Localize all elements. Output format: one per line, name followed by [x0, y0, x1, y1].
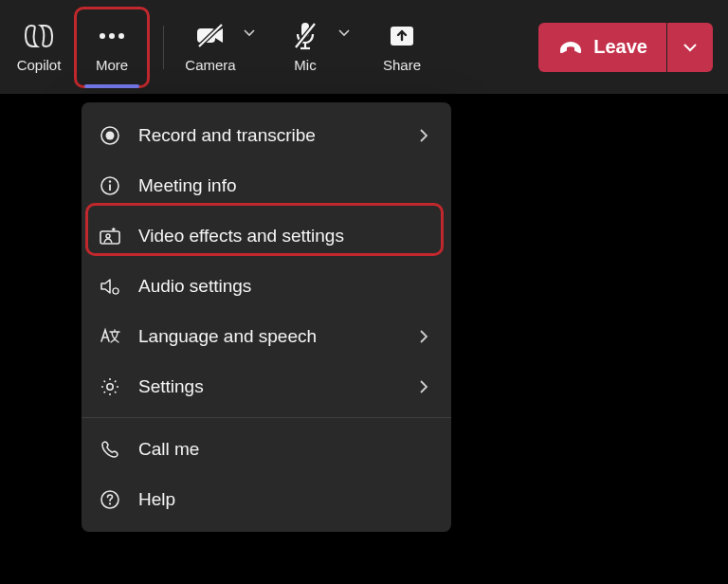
menu-language-label: Language and speech — [138, 326, 402, 347]
leave-label: Leave — [593, 36, 647, 58]
menu-record-transcribe[interactable]: Record and transcribe — [82, 110, 451, 160]
chevron-down-icon — [243, 28, 256, 38]
menu-call-me-label: Call me — [138, 439, 434, 460]
chevron-down-icon — [682, 42, 699, 53]
share-button[interactable]: Share — [373, 9, 431, 86]
leave-button[interactable]: Leave — [538, 23, 666, 72]
camera-label: Camera — [185, 57, 235, 73]
hangup-icon — [557, 39, 584, 56]
ellipsis-icon — [96, 21, 128, 51]
more-menu: Record and transcribe Meeting info Video… — [82, 102, 451, 532]
mic-dropdown[interactable] — [333, 22, 355, 45]
mic-button[interactable]: Mic — [272, 9, 338, 86]
share-label: Share — [383, 57, 421, 73]
copilot-label: Copilot — [17, 57, 62, 73]
menu-meeting-info-label: Meeting info — [138, 175, 434, 196]
menu-settings[interactable]: Settings — [82, 361, 451, 411]
chevron-down-icon — [337, 28, 351, 38]
svg-point-20 — [107, 383, 113, 389]
chevron-right-icon — [419, 128, 434, 143]
svg-point-22 — [109, 502, 111, 504]
record-icon — [99, 124, 121, 147]
svg-point-18 — [106, 234, 110, 238]
phone-icon — [99, 438, 121, 461]
menu-language-speech[interactable]: Language and speech — [82, 311, 451, 361]
camera-dropdown[interactable] — [238, 22, 261, 45]
svg-point-1 — [109, 33, 115, 39]
mic-label: Mic — [294, 57, 316, 73]
svg-point-0 — [100, 33, 105, 39]
leave-dropdown[interactable] — [667, 23, 713, 72]
more-label: More — [96, 57, 128, 73]
share-icon — [388, 21, 416, 51]
chevron-right-icon — [419, 379, 434, 394]
menu-video-effects[interactable]: Video effects and settings — [82, 210, 451, 261]
mic-off-icon — [291, 21, 319, 51]
menu-help[interactable]: Help — [82, 474, 451, 524]
camera-off-icon — [194, 21, 227, 51]
svg-point-2 — [118, 33, 124, 39]
chevron-right-icon — [419, 329, 434, 344]
language-icon — [99, 325, 121, 348]
more-active-indicator — [84, 84, 139, 88]
toolbar-separator — [163, 26, 164, 69]
gear-icon — [99, 375, 121, 398]
copilot-button[interactable]: Copilot — [8, 9, 70, 86]
audio-settings-icon — [99, 275, 121, 298]
leave-group: Leave — [538, 23, 713, 72]
camera-button[interactable]: Camera — [177, 9, 244, 86]
menu-separator — [82, 417, 451, 418]
menu-audio-settings[interactable]: Audio settings — [82, 261, 451, 311]
menu-video-effects-label: Video effects and settings — [138, 226, 434, 246]
menu-settings-label: Settings — [138, 376, 402, 397]
help-icon — [99, 488, 121, 511]
info-icon — [99, 174, 121, 197]
menu-meeting-info[interactable]: Meeting info — [82, 160, 451, 210]
meeting-toolbar: Copilot More Camera — [0, 0, 728, 94]
svg-point-13 — [106, 131, 115, 139]
menu-record-label: Record and transcribe — [138, 125, 402, 146]
svg-point-15 — [109, 180, 111, 182]
video-effects-icon — [99, 225, 121, 247]
more-button[interactable]: More — [74, 7, 150, 88]
copilot-icon — [23, 21, 55, 51]
menu-help-label: Help — [138, 489, 434, 510]
menu-call-me[interactable]: Call me — [82, 424, 451, 474]
menu-audio-settings-label: Audio settings — [138, 276, 434, 297]
